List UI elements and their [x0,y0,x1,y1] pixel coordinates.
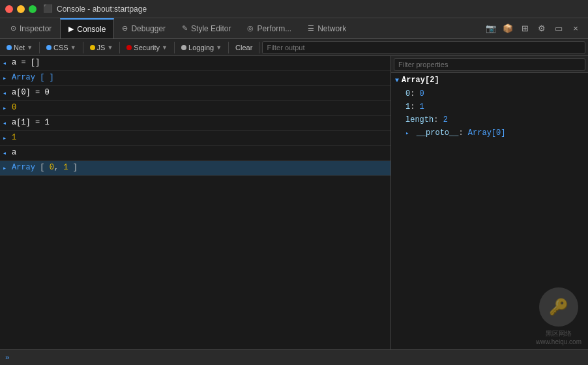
prop-row-proto[interactable]: ▸ __proto__: Array[0] [395,126,584,140]
minimize-devtools-button[interactable]: ▭ [551,22,566,36]
watermark-text-1: 黑区网络 [546,329,572,338]
line-5-content: a[1] = 1 [12,117,388,128]
arrow-3[interactable]: ◂ [3,87,12,99]
responsive-button[interactable]: ⊞ [518,22,532,36]
titlebar: ⬛ Console - about:startpage [0,0,588,18]
arrow-4[interactable]: ▸ [3,102,12,114]
line-7-content: a [12,147,388,158]
prop-row-1: 1: 1 [395,100,584,113]
tab-performance[interactable]: ◎ Perform... [239,18,300,38]
console-line-8: ▸ Array [ 0, 1 ] [0,161,390,176]
divider-1 [39,42,40,53]
bottom-bar: » [0,349,588,365]
watermark-logo: 🔑 [539,287,578,327]
net-arrow: ▼ [27,44,33,51]
filter-net[interactable]: Net ▼ [3,42,37,53]
line-2-content: Array [ ] [12,72,388,83]
divider-3 [119,42,120,53]
divider-2 [83,42,83,53]
watermark-text-2: www.heiqu.com [536,338,581,345]
toolbar-right: 📷 📦 ⊞ ⚙ ▭ × [484,18,585,38]
tab-bar-top: ⊙ Inspector ▶ Console ⊖ Debugger ✎ Style… [0,18,588,39]
props-header-arrow[interactable]: ▼ [395,77,399,84]
divider-4 [174,42,175,53]
security-arrow: ▼ [162,44,168,51]
arrow-2[interactable]: ▸ [3,72,12,84]
filter-security[interactable]: Security ▼ [123,42,171,53]
main-content: ◂ a = [] ▸ Array [ ] ◂ a[0] = 0 ▸ 0 ◂ a[… [0,56,588,349]
props-header: ▼ Array[2] [395,76,584,85]
security-dot [126,45,132,50]
console-icon: ▶ [68,25,74,33]
tab-inspector[interactable]: ⊙ Inspector [3,18,60,38]
pick-element-button[interactable]: 📦 [501,22,515,36]
close-devtools-button[interactable]: × [568,22,583,36]
line-4-content: 0 [12,102,388,113]
window-icon: ⬛ [43,4,53,14]
console-line-1: ◂ a = [] [0,56,390,71]
line-6-content: 1 [12,132,388,143]
filter-js[interactable]: JS ▼ [86,42,117,53]
filter-properties-input[interactable] [394,58,585,71]
window-title: Console - about:startpage [57,5,147,14]
line-3-content: a[0] = 0 [12,87,388,98]
performance-icon: ◎ [247,24,254,33]
console-panel[interactable]: ◂ a = [] ▸ Array [ ] ◂ a[0] = 0 ▸ 0 ◂ a[… [0,56,391,349]
settings-button[interactable]: ⚙ [535,22,549,36]
command-input[interactable] [14,353,583,362]
console-line-3: ◂ a[0] = 0 [0,86,390,101]
prop-row-0: 0: 0 [395,87,584,100]
console-line-4: ▸ 0 [0,101,390,116]
js-arrow: ▼ [107,44,113,51]
console-line-5: ◂ a[1] = 1 [0,116,390,131]
logging-dot [181,45,186,50]
logging-arrow: ▼ [216,44,222,51]
tab-style-editor[interactable]: ✎ Style Editor [174,18,239,38]
arrow-7[interactable]: ◂ [3,147,12,159]
line-8-content: Array [ 0, 1 ] [12,162,388,173]
filter-logging[interactable]: Logging ▼ [177,42,226,53]
watermark: 🔑 黑区网络 www.heiqu.com [536,287,581,345]
arrow-1[interactable]: ◂ [3,57,12,69]
maximize-button[interactable] [29,5,37,13]
css-dot [46,45,51,50]
arrow-8[interactable]: ▸ [3,162,12,174]
tab-console[interactable]: ▶ Console [60,18,114,38]
style-editor-icon: ✎ [182,24,188,33]
arrow-6[interactable]: ▸ [3,132,12,144]
console-line-7: ◂ a [0,146,390,161]
clear-button[interactable]: Clear [231,42,256,53]
close-button[interactable] [5,5,13,13]
inspector-icon: ⊙ [10,24,16,33]
divider-6 [259,42,259,53]
expand-arrow[interactable]: » [5,354,10,362]
filter-css[interactable]: CSS ▼ [42,42,80,53]
prop-row-length: length: 2 [395,113,584,126]
network-icon: ☰ [308,24,314,33]
js-dot [90,45,95,50]
arrow-5[interactable]: ◂ [3,117,12,129]
screenshot-button[interactable]: 📷 [484,22,498,36]
filter-bar: Net ▼ CSS ▼ JS ▼ Security ▼ Logging ▼ Cl… [0,39,588,56]
net-dot [7,45,12,50]
window-controls[interactable] [5,5,37,13]
filter-output-input[interactable] [262,41,585,54]
proto-arrow: ▸ [405,130,409,137]
console-line-2: ▸ Array [ ] [0,71,390,86]
props-filter-bar [391,56,588,73]
divider-5 [228,42,229,53]
tab-debugger[interactable]: ⊖ Debugger [114,18,174,38]
debugger-icon: ⊖ [122,24,128,33]
line-1-content: a = [] [12,57,388,68]
minimize-button[interactable] [17,5,25,13]
css-arrow: ▼ [70,44,76,51]
tab-network[interactable]: ☰ Network [300,18,355,38]
console-line-6: ▸ 1 [0,131,390,146]
